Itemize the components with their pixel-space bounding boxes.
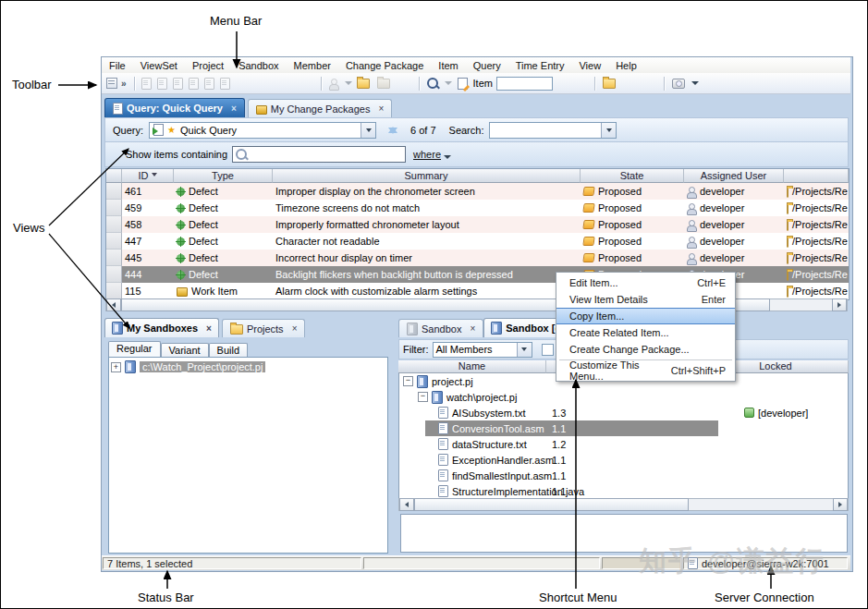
open-sandbox-icon[interactable] bbox=[377, 79, 390, 89]
header-type[interactable]: Type bbox=[174, 169, 273, 183]
change-package-icon[interactable] bbox=[603, 79, 616, 89]
tab-sandbox[interactable]: Sandbox bbox=[398, 319, 483, 337]
table-row[interactable]: 458 Defect Improperly formatted chronome… bbox=[106, 216, 849, 233]
menu-item-customize-this-menu[interactable]: Customize This Menu... Ctrl+Shift+P bbox=[556, 362, 735, 379]
table-row[interactable]: 459 Defect Timezone screens do not match… bbox=[106, 200, 849, 216]
overflow-chevron-icon[interactable] bbox=[121, 79, 127, 89]
close-tab-icon[interactable] bbox=[231, 104, 237, 114]
viewset-icon[interactable] bbox=[106, 78, 117, 89]
table-row[interactable]: 445 Defect Incorrect hour display on tim… bbox=[106, 250, 849, 266]
filter-checkbox[interactable] bbox=[542, 344, 554, 356]
menu-item-edit-item[interactable]: Edit Item... Ctrl+E bbox=[556, 274, 735, 291]
search-combobox[interactable] bbox=[489, 122, 617, 139]
close-tab-icon[interactable] bbox=[378, 104, 384, 114]
row-selector[interactable] bbox=[106, 183, 122, 200]
close-tab-icon[interactable] bbox=[470, 323, 475, 334]
scroll-left-button[interactable] bbox=[106, 298, 121, 311]
contains-input[interactable] bbox=[232, 146, 406, 163]
row-selector[interactable] bbox=[106, 233, 122, 250]
query-combobox[interactable]: Quick Query bbox=[149, 122, 376, 139]
collapse-icon[interactable] bbox=[418, 392, 428, 402]
menubar-item[interactable]: Sandbox bbox=[231, 59, 286, 72]
subtab-variant[interactable]: Variant bbox=[161, 343, 209, 357]
tree-item-file[interactable]: ExceptionHandler.asm 1.1 bbox=[399, 452, 848, 468]
where-link[interactable]: where bbox=[413, 149, 441, 160]
tree-item-file[interactable]: dataStructure.txt 1.2 bbox=[399, 436, 848, 452]
scroll-right-button[interactable] bbox=[832, 298, 847, 311]
header-name[interactable]: Name bbox=[398, 360, 546, 373]
filter-combobox[interactable]: All Members bbox=[433, 342, 532, 358]
header-project[interactable] bbox=[784, 169, 849, 183]
menu-item-view-item-details[interactable]: View Item Details Enter bbox=[556, 291, 735, 308]
close-tab-icon[interactable] bbox=[292, 323, 298, 334]
subtab-build[interactable]: Build bbox=[209, 343, 248, 357]
menubar-item[interactable]: Change Package bbox=[338, 59, 431, 72]
items-table-hscrollbar[interactable] bbox=[105, 298, 848, 311]
menubar-item[interactable]: Time Entry bbox=[508, 59, 572, 72]
dropdown-button[interactable] bbox=[601, 123, 616, 138]
expand-icon[interactable] bbox=[111, 362, 121, 372]
tab-query-quick-query[interactable]: Query: Quick Query bbox=[104, 98, 245, 117]
tree-item-subproject[interactable]: watch\project.pj bbox=[399, 389, 848, 405]
header-state[interactable]: State bbox=[581, 169, 684, 183]
snapshot-icon[interactable] bbox=[672, 79, 685, 89]
scroll-thumb[interactable] bbox=[414, 498, 689, 511]
toolbar-doc-icon-5[interactable] bbox=[204, 78, 214, 90]
table-row-selected[interactable]: 444 Defect Backlight flickers when backl… bbox=[106, 266, 849, 283]
row-selector[interactable] bbox=[106, 283, 122, 299]
menu-item-copy-item[interactable]: Copy Item... bbox=[556, 308, 735, 324]
where-dropdown-icon[interactable] bbox=[444, 155, 451, 163]
open-project-icon[interactable] bbox=[357, 79, 370, 89]
menubar-item[interactable]: Member bbox=[287, 59, 338, 72]
updown-navigate-icon[interactable] bbox=[387, 121, 399, 140]
close-tab-icon[interactable] bbox=[206, 323, 212, 334]
dropdown-button[interactable] bbox=[517, 343, 532, 357]
menu-item-create-related-item[interactable]: Create Related Item... bbox=[556, 324, 735, 341]
tab-projects[interactable]: Projects bbox=[222, 319, 306, 337]
row-selector[interactable] bbox=[106, 250, 122, 266]
dropdown-arrow-icon[interactable] bbox=[445, 81, 452, 89]
menubar-item[interactable]: Query bbox=[466, 59, 508, 72]
row-selector[interactable] bbox=[106, 266, 122, 283]
tree-item-file[interactable]: findSmallestInput.asm 1.1 bbox=[399, 468, 848, 483]
toolbar-doc-icon-2[interactable] bbox=[157, 78, 167, 90]
tree-item-root-sandbox[interactable]: c:\Watch_Project\project.pj bbox=[109, 358, 387, 376]
tree-item-file-selected[interactable]: ConversionTool.asm 1.1 bbox=[399, 420, 848, 436]
menu-item-create-change-package[interactable]: Create Change Package... bbox=[556, 341, 735, 358]
table-row[interactable]: 461 Defect Improper display on the chron… bbox=[106, 183, 849, 200]
menubar-item[interactable]: View bbox=[571, 59, 608, 72]
toolbar-doc-icon-6[interactable] bbox=[220, 78, 230, 90]
menubar-item[interactable]: Item bbox=[431, 59, 465, 72]
header-id[interactable]: ID bbox=[122, 169, 174, 183]
item-id-input[interactable] bbox=[496, 77, 553, 91]
collapse-icon[interactable] bbox=[403, 376, 413, 386]
menubar-item[interactable]: Project bbox=[185, 59, 231, 72]
table-row[interactable]: 115 Work Item Alarm clock with customiza… bbox=[106, 283, 849, 299]
tree-item-file[interactable]: AISubsystem.txt 1.3 [developer] bbox=[399, 405, 848, 420]
menubar-item[interactable]: File bbox=[102, 59, 133, 72]
table-row[interactable]: 447 Defect Character not readable Propos… bbox=[106, 233, 849, 250]
dropdown-button[interactable] bbox=[361, 123, 375, 138]
scroll-left-button[interactable] bbox=[399, 498, 414, 511]
tab-my-change-packages[interactable]: My Change Packages bbox=[248, 99, 392, 117]
tab-my-sandboxes[interactable]: My Sandboxes bbox=[104, 318, 219, 337]
header-selector[interactable] bbox=[106, 169, 122, 183]
header-summary[interactable]: Summary bbox=[273, 169, 581, 183]
row-selector[interactable] bbox=[106, 200, 122, 216]
toolbar-doc-icon-3[interactable] bbox=[173, 78, 183, 90]
menubar-item[interactable]: Help bbox=[608, 59, 644, 72]
toolbar-doc-icon-1[interactable] bbox=[141, 78, 152, 90]
tree-item-file[interactable]: StructureImplementation.java 1.1 bbox=[399, 483, 848, 499]
scroll-right-button[interactable] bbox=[833, 498, 848, 511]
edit-item-icon[interactable] bbox=[458, 78, 468, 90]
menubar-item[interactable]: ViewSet bbox=[133, 59, 185, 72]
header-assigned-user[interactable]: Assigned User bbox=[684, 169, 784, 183]
sandbox-hscrollbar[interactable] bbox=[398, 498, 849, 511]
subtab-regular[interactable]: Regular bbox=[108, 341, 161, 357]
member-icon[interactable] bbox=[329, 79, 338, 89]
search-icon[interactable] bbox=[427, 78, 438, 89]
toolbar-doc-icon-4[interactable] bbox=[189, 78, 199, 90]
dropdown-arrow-icon[interactable] bbox=[345, 81, 352, 89]
row-selector[interactable] bbox=[106, 216, 122, 233]
dropdown-arrow-icon[interactable] bbox=[691, 81, 699, 89]
